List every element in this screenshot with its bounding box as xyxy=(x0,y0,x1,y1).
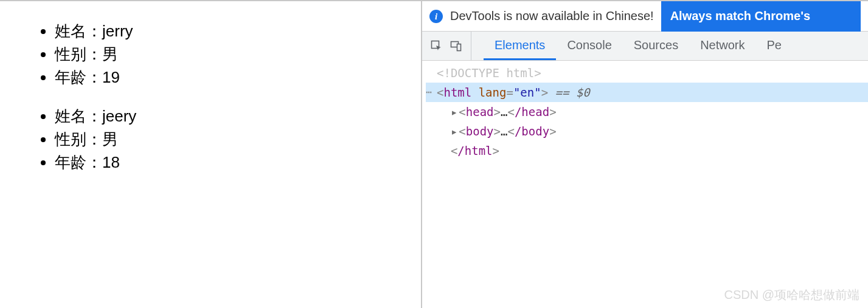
dom-tree[interactable]: <!DOCTYPE html> <html lang="en"> == $0 ▸… xyxy=(422,61,868,308)
banner-match-button[interactable]: Always match Chrome's xyxy=(661,1,861,32)
list-item: 年龄：19 xyxy=(55,66,415,89)
name-label: 姓名： xyxy=(55,107,102,125)
gender-value: 男 xyxy=(102,45,118,63)
person-list: 姓名：jerry 性别：男 年龄：19 xyxy=(30,19,415,89)
list-item: 姓名：jeery xyxy=(55,104,415,128)
devtools-banner: i DevTools is now available in Chinese! … xyxy=(422,1,868,32)
expand-triangle-icon[interactable]: ▸ xyxy=(451,105,457,118)
expand-triangle-icon[interactable]: ▸ xyxy=(451,125,457,138)
device-toggle-icon[interactable] xyxy=(446,36,466,56)
gender-value: 男 xyxy=(102,130,118,148)
list-item: 姓名：jerry xyxy=(55,19,415,43)
toolbar-icons xyxy=(422,32,471,60)
banner-text: DevTools is now available in Chinese! xyxy=(450,9,654,23)
tab-sources[interactable]: Sources xyxy=(623,32,689,60)
name-label: 姓名： xyxy=(55,22,102,40)
dom-body[interactable]: ▸<body>…</body> xyxy=(426,121,868,141)
person-block: 姓名：jerry 性别：男 年龄：19 xyxy=(30,19,415,89)
dom-head[interactable]: ▸<head>…</head> xyxy=(426,102,868,121)
name-value: jerry xyxy=(102,22,133,40)
tab-network[interactable]: Network xyxy=(689,32,755,60)
devtools-panel: i DevTools is now available in Chinese! … xyxy=(422,0,868,308)
list-item: 年龄：18 xyxy=(55,151,415,174)
age-value: 19 xyxy=(102,68,120,86)
info-icon: i xyxy=(429,10,443,23)
person-block: 姓名：jeery 性别：男 年龄：18 xyxy=(30,104,415,174)
dom-html-close[interactable]: </html> xyxy=(426,141,868,160)
devtools-toolbar: Elements Console Sources Network Pe xyxy=(422,32,868,61)
devtools-tabs: Elements Console Sources Network Pe xyxy=(471,32,793,60)
gender-label: 性别： xyxy=(55,130,102,148)
tab-console[interactable]: Console xyxy=(556,32,622,60)
tab-elements[interactable]: Elements xyxy=(484,32,556,60)
age-label: 年龄： xyxy=(55,153,102,171)
dom-doctype[interactable]: <!DOCTYPE html> xyxy=(426,63,868,83)
age-value: 18 xyxy=(102,153,120,171)
list-item: 性别：男 xyxy=(55,128,415,151)
inspect-element-icon[interactable] xyxy=(427,36,446,56)
name-value: jeery xyxy=(102,107,136,125)
person-list: 姓名：jeery 性别：男 年龄：18 xyxy=(30,104,415,174)
tab-more[interactable]: Pe xyxy=(756,32,793,60)
gender-label: 性别： xyxy=(55,45,102,63)
rendered-page: 姓名：jerry 性别：男 年龄：19 姓名：jeery 性别：男 年龄 xyxy=(0,0,422,308)
list-item: 性别：男 xyxy=(55,43,415,66)
dom-html-open[interactable]: <html lang="en"> == $0 xyxy=(426,83,868,102)
svg-rect-2 xyxy=(457,44,461,50)
age-label: 年龄： xyxy=(55,68,102,86)
